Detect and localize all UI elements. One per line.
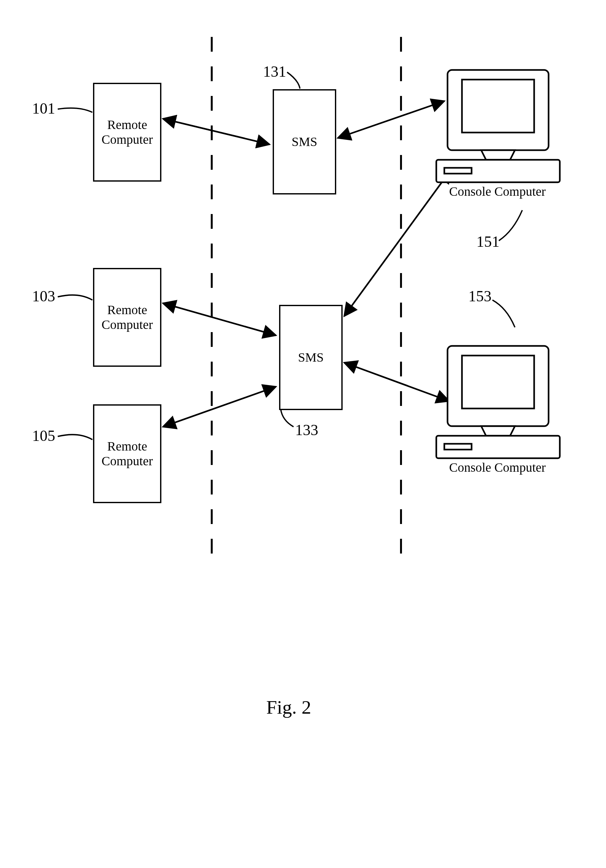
node-sms-2: SMS	[279, 305, 343, 410]
svg-line-5	[163, 387, 276, 427]
node-label: SMS	[291, 135, 317, 149]
svg-rect-14	[436, 436, 560, 458]
console-computer-2-icon	[436, 346, 560, 458]
node-sms-1: SMS	[273, 89, 336, 194]
console-computer-2-label: Console Computer	[449, 460, 546, 475]
svg-rect-8	[448, 70, 549, 150]
svg-line-3	[338, 101, 444, 138]
node-remote-computer-3: RemoteComputer	[93, 404, 161, 503]
ref-label-153: 153	[468, 287, 491, 305]
svg-line-6	[344, 170, 451, 316]
svg-rect-11	[444, 168, 471, 174]
svg-rect-10	[436, 160, 560, 182]
ref-label-103: 103	[32, 287, 55, 305]
ref-label-131: 131	[263, 63, 286, 80]
ref-label-105: 105	[32, 427, 55, 445]
node-remote-computer-2: RemoteComputer	[93, 268, 161, 367]
ref-label-151: 151	[476, 232, 499, 250]
svg-line-2	[163, 119, 270, 144]
console-computer-1-label: Console Computer	[449, 184, 546, 199]
svg-rect-13	[462, 355, 534, 409]
figure-caption: Fig. 2	[266, 696, 311, 718]
svg-rect-15	[444, 444, 471, 450]
node-label: RemoteComputer	[102, 118, 153, 147]
svg-line-4	[163, 303, 276, 335]
diagram-canvas: RemoteComputer 101 RemoteComputer 103 Re…	[0, 0, 606, 868]
node-label: RemoteComputer	[102, 302, 153, 332]
node-label: SMS	[298, 350, 324, 365]
node-label: RemoteComputer	[102, 439, 153, 468]
svg-rect-12	[448, 346, 549, 426]
svg-rect-9	[462, 80, 534, 133]
svg-line-7	[344, 363, 449, 401]
ref-label-133: 133	[295, 421, 318, 439]
console-computer-1-icon	[436, 70, 560, 182]
ref-label-101: 101	[32, 99, 55, 117]
node-remote-computer-1: RemoteComputer	[93, 83, 161, 181]
